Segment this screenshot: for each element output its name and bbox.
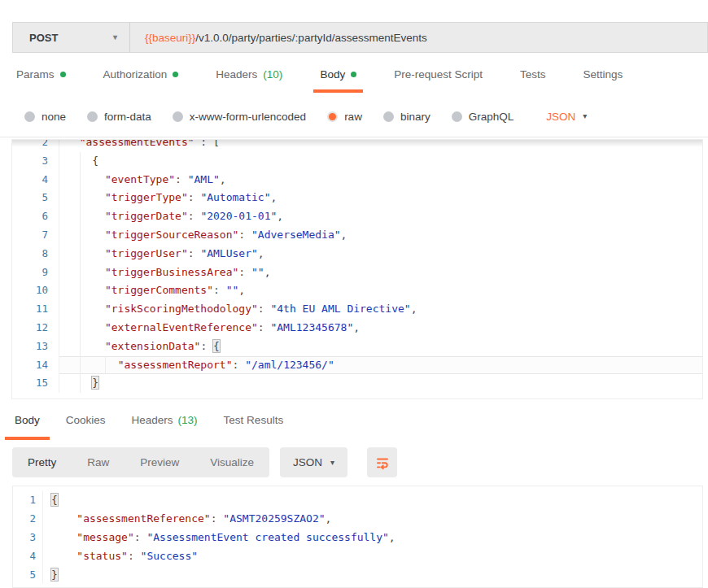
request-body-editor[interactable]: 2 "assessmentEvents" : [3 {4 "eventType"… [11,139,703,399]
code-line-9[interactable]: 9 "triggerBusinessArea": "", [12,264,702,282]
tab-tests[interactable]: Tests [520,65,546,91]
url-input[interactable]: {{baseuri}}/v1.0.0/party/parties/:partyI… [130,23,427,52]
line-content: "triggerComments": "", [59,281,702,300]
response-tab-test-results[interactable]: Test Results [214,409,294,438]
json-key: "externalEventReference" [105,321,258,333]
code-line-6[interactable]: 6 "triggerDate": "2020-01-01", [12,207,702,226]
indent-guide [80,356,81,375]
json-string-value: "Automatic" [200,191,270,203]
code-line-1[interactable]: 1{ [13,490,702,509]
code-line-11[interactable]: 11 "riskScoringMethodology": "4th EU AML… [12,300,702,319]
json-punctuation: , [389,531,396,543]
body-mode-x-www-form-urlencoded[interactable]: x-www-form-urlencoded [173,111,306,123]
indent-guide [80,319,81,338]
json-string-value: "AdverseMedia" [251,229,341,241]
code-line-5[interactable]: 5} [13,565,702,584]
json-punctuation: { [51,494,58,506]
line-number: 2 [13,509,43,528]
view-preview[interactable]: Preview [125,447,194,477]
tab-params[interactable]: Params [16,65,66,91]
line-number: 6 [12,207,59,226]
json-punctuation: : [238,266,251,278]
code-line-10[interactable]: 10 "triggerComments": "", [12,281,702,300]
line-content: "triggerSourceReason": "AdverseMedia", [59,226,702,245]
response-body-editor[interactable]: 1{2 "assessmentReference": "ASMT20259SZA… [12,486,703,588]
view-raw[interactable]: Raw [72,447,125,477]
tab-label: Body [320,68,345,81]
line-content: "assessmentEvents" : [ [59,139,702,152]
url-path: /v1.0.0/party/parties/:partyId/assessmen… [195,32,426,44]
tab-count-badge: (10) [263,68,282,81]
json-punctuation: : [128,550,141,562]
code-line-2[interactable]: 2 "assessmentEvents" : [ [12,139,702,152]
request-language-label: JSON [546,111,575,123]
json-punctuation: } [92,377,98,389]
radio-label: form-data [104,111,151,123]
radio-button-icon [173,111,183,122]
body-mode-form-data[interactable]: form-data [87,111,151,123]
json-key: "status" [76,550,128,562]
code-line-4[interactable]: 4 "status": "Success" [13,547,702,565]
method-label: POST [29,32,58,44]
code-line-7[interactable]: 7 "triggerSourceReason": "AdverseMedia", [12,226,702,245]
tab-label: Headers [132,414,173,426]
wrap-text-icon [375,455,390,470]
wrap-text-button[interactable] [367,447,397,477]
body-mode-raw[interactable]: raw [327,111,362,123]
radio-label: raw [344,111,362,123]
tab-settings[interactable]: Settings [583,65,623,91]
radio-label: x-www-form-urlencoded [190,111,306,123]
code-line-8[interactable]: 8 "triggerUser": "AMLUser", [12,245,702,264]
response-tab-cookies[interactable]: Cookies [56,409,116,438]
section-divider [0,137,708,137]
response-tab-body[interactable]: Body [5,409,50,438]
method-selector[interactable]: POST ▾ [13,23,129,52]
json-punctuation: : [ [194,139,220,148]
response-language-selector[interactable]: JSON ▾ [280,447,347,477]
request-code-lines: 2 "assessmentEvents" : [3 {4 "eventType"… [12,139,702,393]
tab-pre-request-script[interactable]: Pre-request Script [394,65,483,91]
json-punctuation: : [188,210,201,222]
request-language-selector[interactable]: JSON▾ [546,111,587,123]
json-key: "assessmentEvents" [80,139,194,148]
response-language-label: JSON [293,456,322,468]
json-punctuation: : [134,531,147,543]
response-tab-headers[interactable]: Headers(13) [122,409,208,438]
tab-body[interactable]: Body [320,65,356,91]
json-punctuation: , [411,303,417,315]
body-mode-binary[interactable]: binary [383,111,430,123]
radio-button-icon [452,111,462,122]
code-line-14[interactable]: 14 "assessmentReport": "/aml/123456/" [12,356,702,375]
json-string-value: "" [226,284,239,296]
code-line-13[interactable]: 13 "extensionData": { [12,338,702,356]
json-punctuation: : [175,173,188,185]
line-number: 15 [12,374,59,393]
json-punctuation: , [220,173,226,185]
body-mode-none[interactable]: none [24,111,66,123]
code-line-12[interactable]: 12 "externalEventReference": "AML1234567… [12,319,702,338]
json-key: "eventType" [105,173,175,185]
json-punctuation: : [258,321,271,333]
code-line-3[interactable]: 3 "message": "AssessmentEvent created su… [13,528,702,547]
json-string-value: "2020-01-01" [200,210,277,222]
tab-label: Cookies [66,414,106,426]
json-punctuation: : [211,512,224,525]
json-punctuation: : [258,303,271,315]
code-line-3[interactable]: 3 { [12,152,702,171]
request-url-bar: POST ▾ {{baseuri}}/v1.0.0/party/parties/… [12,22,708,53]
indent-guide [80,300,81,319]
json-string-value: "AssessmentEvent created successfully" [146,531,388,543]
json-key: "triggerBusinessArea" [105,266,238,278]
line-number: 5 [13,565,43,584]
body-mode-graphql[interactable]: GraphQL [452,111,514,123]
view-visualize[interactable]: Visualize [194,447,269,477]
json-string-value: "AML" [188,173,220,185]
indent-guide [80,207,81,226]
code-line-4[interactable]: 4 "eventType": "AML", [12,171,702,189]
code-line-5[interactable]: 5 "triggerType": "Automatic", [12,189,702,207]
code-line-2[interactable]: 2 "assessmentReference": "ASMT20259SZAO2… [13,509,702,528]
tab-authorization[interactable]: Authorization [103,65,179,91]
tab-headers[interactable]: Headers(10) [216,65,282,91]
view-pretty[interactable]: Pretty [12,447,72,477]
code-line-15[interactable]: 15 } [12,374,702,393]
